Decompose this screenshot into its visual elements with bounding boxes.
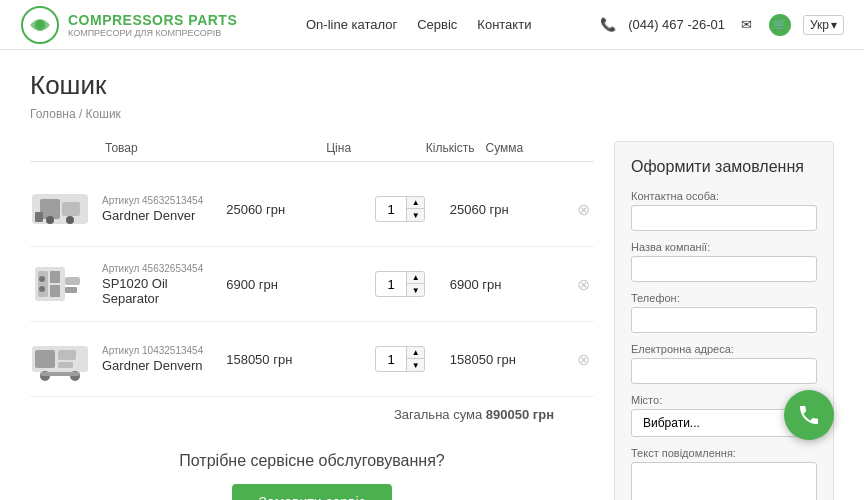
email-icon[interactable]: ✉ [737,15,757,35]
logo-sub: КОМПРЕСОРИ ДЛЯ КОМПРЕСОРІВ [68,28,237,38]
product-name-2: SP1020 Oil Separator [102,276,226,306]
product-article-3: Артикул 10432513454 [102,345,226,356]
svg-rect-13 [65,287,77,293]
phone-field-group: Телефон: [631,292,817,333]
email-field-group: Електронна адреса: [631,343,817,384]
header: COMPRESSORS PARTS КОМПРЕСОРИ ДЛЯ КОМПРЕС… [0,0,864,50]
message-field-group: Текст повідомлення: [631,447,817,500]
product-sum-1: 25060 грн [450,202,574,217]
svg-rect-17 [35,350,55,368]
qty-control-3: ▲ ▼ [375,346,425,372]
nav-contacts[interactable]: Контакти [477,17,531,32]
qty-down-1[interactable]: ▼ [406,209,424,221]
product-info-3: Артикул 10432513454 Gardner Denvern [102,345,226,373]
svg-rect-22 [40,372,80,376]
qty-up-1[interactable]: ▲ [406,197,424,209]
nav-catalog[interactable]: On-line каталог [306,17,397,32]
qty-control-1: ▲ ▼ [375,196,425,222]
email-label: Електронна адреса: [631,343,817,355]
delete-item-2[interactable]: ⊗ [574,275,594,294]
col-header-price: Ціна [326,141,414,155]
product-image-1 [30,184,90,234]
svg-point-14 [39,276,45,282]
page-title: Кошик [30,70,834,101]
main-nav: On-line каталог Сервіс Контакти [237,17,600,32]
svg-rect-18 [58,350,76,360]
order-form: Оформити замовлення Контактна особа: Наз… [614,141,834,500]
qty-input-3[interactable] [376,350,406,369]
cart-section: Товар Ціна Кількість Сумма Артикул 45632… [30,141,594,500]
cart-total: Загальна сума 890050 грн [30,397,594,432]
product-image-2 [30,259,90,309]
qty-up-2[interactable]: ▲ [406,272,424,284]
company-input[interactable] [631,256,817,282]
phone-label: Телефон: [631,292,817,304]
message-label: Текст повідомлення: [631,447,817,459]
cart-button[interactable]: 🛒 [769,14,791,36]
product-image-3 [30,334,90,384]
message-textarea[interactable] [631,462,817,500]
qty-arrows-1: ▲ ▼ [406,197,424,221]
lang-chevron-icon: ▾ [831,18,837,32]
total-label: Загальна сума [394,407,482,422]
product-qty-1: ▲ ▼ [350,196,449,222]
svg-rect-5 [35,212,43,222]
qty-control-2: ▲ ▼ [375,271,425,297]
col-header-sum: Сумма [486,141,574,155]
svg-rect-10 [50,271,60,283]
email-input[interactable] [631,358,817,384]
total-value: 890050 грн [486,407,554,422]
main-content: Товар Ціна Кількість Сумма Артикул 45632… [0,131,864,500]
product-article-2: Артикул 45632653454 [102,263,226,274]
svg-point-7 [66,216,74,224]
svg-rect-9 [38,271,48,297]
phone-input[interactable] [631,307,817,333]
service-button[interactable]: Замовити сервіс [232,484,391,500]
logo-icon [20,5,60,45]
svg-point-1 [35,20,45,30]
breadcrumb-home[interactable]: Головна [30,107,76,121]
svg-rect-12 [65,277,80,285]
company-label: Назва компанії: [631,241,817,253]
breadcrumb-current: Кошик [86,107,121,121]
product-price-2: 6900 грн [226,277,350,292]
table-row: Артикул 45632653454 SP1020 Oil Separator… [30,247,594,322]
qty-arrows-2: ▲ ▼ [406,272,424,296]
lang-label: Укр [810,18,829,32]
nav-service[interactable]: Сервіс [417,17,457,32]
float-phone-icon [797,403,821,427]
qty-up-3[interactable]: ▲ [406,347,424,359]
product-qty-2: ▲ ▼ [350,271,449,297]
qty-input-1[interactable] [376,200,406,219]
product-price-3: 158050 грн [226,352,350,367]
service-text: Потрібне сервісне обслуговування? [30,452,594,470]
logo[interactable]: COMPRESSORS PARTS КОМПРЕСОРИ ДЛЯ КОМПРЕС… [20,5,237,45]
delete-item-3[interactable]: ⊗ [574,350,594,369]
svg-rect-4 [62,202,80,216]
product-sum-3: 158050 грн [450,352,574,367]
col-header-product: Товар [30,141,326,155]
product-name-1: Gardner Denver [102,208,226,223]
qty-arrows-3: ▲ ▼ [406,347,424,371]
logo-brand: COMPRESSORS PARTS [68,12,237,28]
cart-headers: Товар Ціна Кількість Сумма [30,141,594,162]
svg-point-6 [46,216,54,224]
col-header-qty: Кількість [415,141,486,155]
qty-down-3[interactable]: ▼ [406,359,424,371]
svg-rect-19 [58,362,73,368]
qty-down-2[interactable]: ▼ [406,284,424,296]
logo-text: COMPRESSORS PARTS КОМПРЕСОРИ ДЛЯ КОМПРЕС… [68,12,237,38]
page-header: Кошик Головна / Кошик [0,50,864,131]
breadcrumb: Головна / Кошик [30,107,834,121]
product-info-2: Артикул 45632653454 SP1020 Oil Separator [102,263,226,306]
contact-label: Контактна особа: [631,190,817,202]
header-phone: (044) 467 -26-01 [628,17,725,32]
delete-item-1[interactable]: ⊗ [574,200,594,219]
service-section: Потрібне сервісне обслуговування? Замови… [30,432,594,500]
table-row: Артикул 10432513454 Gardner Denvern 1580… [30,322,594,397]
float-phone-button[interactable] [784,390,834,440]
qty-input-2[interactable] [376,275,406,294]
contact-input[interactable] [631,205,817,231]
svg-rect-11 [50,285,60,297]
lang-selector[interactable]: Укр ▾ [803,15,844,35]
